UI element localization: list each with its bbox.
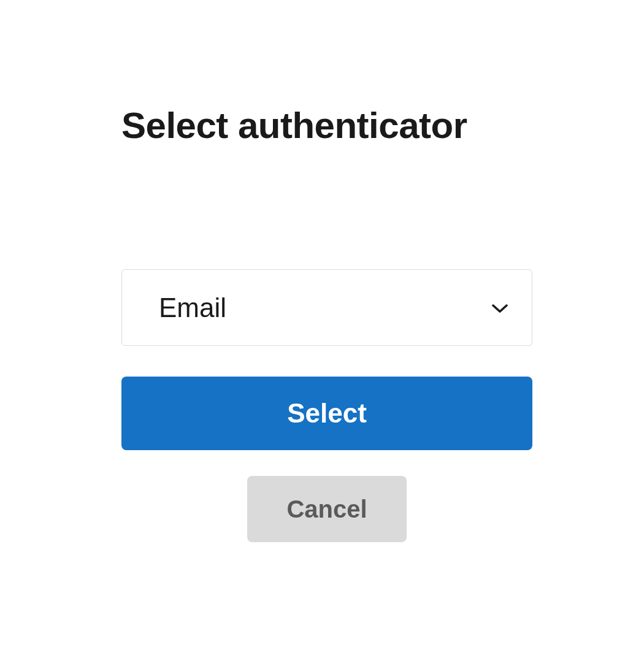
authenticator-selected-value: Email <box>159 293 226 323</box>
cancel-button[interactable]: Cancel <box>247 476 407 542</box>
authenticator-select-wrapper: Email <box>121 269 532 346</box>
authenticator-select[interactable]: Email <box>121 269 532 346</box>
page-title: Select authenticator <box>121 104 532 147</box>
select-button[interactable]: Select <box>121 377 532 450</box>
authenticator-dialog: Select authenticator Email Select Cancel <box>121 104 532 542</box>
